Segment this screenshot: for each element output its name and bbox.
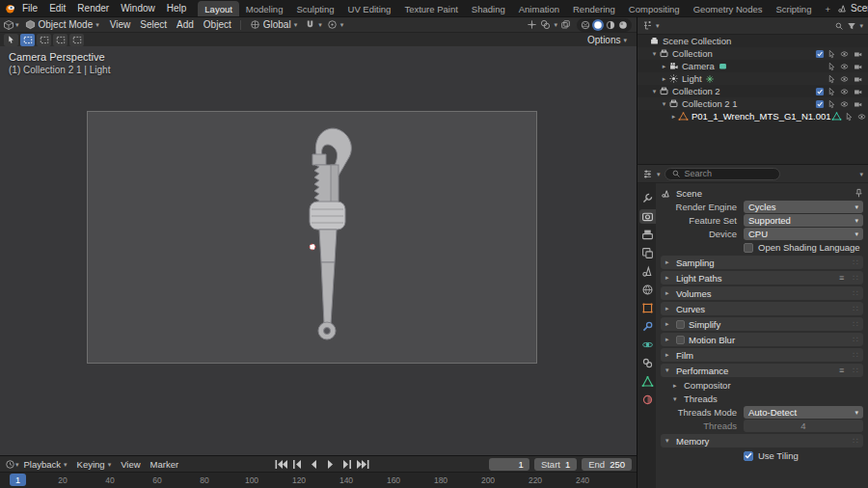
eye-icon[interactable] (839, 49, 850, 59)
workspace-tab-layout[interactable]: Layout (198, 1, 239, 16)
section-film[interactable]: ▸Film∷ (661, 348, 863, 362)
properties-tab-constraints[interactable] (639, 356, 656, 370)
prev-keyframe-button[interactable] (290, 458, 305, 471)
pin-icon[interactable] (854, 188, 863, 199)
eye-icon[interactable] (839, 74, 850, 84)
outliner-row-light[interactable]: ▸Light (637, 72, 868, 85)
snap-toggle[interactable]: ▾ (303, 18, 324, 32)
pointer-icon[interactable] (827, 87, 836, 96)
shading-wireframe-icon[interactable] (580, 19, 591, 31)
jump-start-button[interactable] (274, 458, 288, 471)
end-frame-field[interactable]: End 250 (582, 458, 632, 471)
expander-icon[interactable]: ▸ (660, 63, 668, 70)
checkbox-icon[interactable] (815, 99, 825, 109)
outliner-row-collection-2-1[interactable]: ▾Collection 2 1 (637, 97, 868, 110)
shading-material-preview-icon[interactable] (605, 19, 616, 31)
workspace-tab-scripting[interactable]: Scripting (769, 1, 818, 16)
properties-tab-object[interactable] (639, 301, 656, 315)
outliner-row-p01-1-wrench-mts-g1-n1-001[interactable]: ▸P01_1_Wrench_MTS_G1_N1.001 (637, 110, 868, 122)
section-performance[interactable]: ▾Performance≡∷ (661, 364, 863, 377)
threads-mode-dropdown[interactable]: Auto-Detect▾ (744, 406, 863, 419)
timeline-menu-marker[interactable]: Marker (146, 459, 184, 470)
section-simplify[interactable]: ▸Simplify∷ (661, 317, 863, 331)
viewport-menu-object[interactable]: Object (199, 18, 236, 32)
wrench-model[interactable] (88, 112, 536, 363)
osl-checkbox[interactable] (744, 243, 753, 253)
pointer-icon[interactable] (827, 74, 836, 84)
section-motion-blur[interactable]: ▸Motion Blur∷ (661, 333, 863, 346)
camera-icon[interactable] (853, 87, 863, 96)
overlays-icon[interactable] (540, 19, 551, 30)
shading-rendered-icon[interactable] (617, 19, 629, 31)
play-button[interactable] (323, 458, 338, 471)
expander-icon[interactable]: ▸ (660, 75, 668, 83)
properties-tab-tool[interactable] (639, 191, 656, 205)
next-keyframe-button[interactable] (339, 458, 354, 471)
filter-icon[interactable] (847, 21, 856, 31)
pointer-icon[interactable] (827, 99, 836, 109)
properties-search-input[interactable]: Search (665, 168, 780, 180)
menu-help[interactable]: Help (161, 0, 193, 16)
outliner-row-scene-collection[interactable]: Scene Collection (637, 35, 868, 47)
presets-icon[interactable]: ≡ (839, 366, 844, 375)
pointer-icon[interactable] (827, 49, 836, 59)
outliner-editor-type-icon[interactable] (642, 20, 653, 31)
select-box-button[interactable] (20, 34, 35, 46)
workspace-tab-rendering[interactable]: Rendering (566, 1, 622, 16)
expander-icon[interactable]: ▾ (650, 88, 659, 95)
subsection-compositor[interactable]: ▸Compositor (661, 379, 863, 392)
viewport-editor-type-icon[interactable] (3, 19, 14, 31)
checkbox-icon[interactable] (815, 87, 825, 96)
pointer-icon[interactable] (845, 112, 854, 122)
menu-edit[interactable]: Edit (43, 0, 71, 16)
camera-icon[interactable] (853, 74, 863, 84)
shading-solid-icon[interactable] (592, 19, 604, 31)
pointer-icon[interactable] (827, 62, 836, 71)
properties-tab-scene[interactable] (639, 264, 656, 279)
scene-selector[interactable]: Scene (851, 3, 868, 14)
properties-tab-data[interactable] (639, 374, 656, 389)
timeline-menu-keying[interactable]: Keying▾ (72, 459, 117, 470)
blender-logo-icon[interactable] (4, 2, 16, 14)
expander-icon[interactable]: ▸ (669, 113, 678, 121)
outliner-row-camera[interactable]: ▸Camera (637, 60, 868, 72)
workspace-tab-compositing[interactable]: Compositing (622, 1, 687, 16)
expander-icon[interactable]: ▾ (660, 100, 668, 108)
expander-icon[interactable]: ▾ (650, 50, 659, 58)
camera-frame[interactable] (87, 111, 537, 364)
properties-editor-type-icon[interactable] (642, 169, 653, 179)
select-box-subtract-button[interactable] (53, 34, 68, 46)
viewport-menu-view[interactable]: View (105, 18, 136, 32)
section-curves[interactable]: ▸Curves∷ (661, 302, 863, 315)
workspace-tab-modeling[interactable]: Modeling (239, 1, 290, 16)
playhead[interactable]: 1 (10, 474, 26, 486)
camera-icon[interactable] (853, 62, 863, 71)
properties-filter-icon[interactable]: ▾ (859, 171, 863, 177)
outliner-row-collection[interactable]: ▾Collection (637, 47, 868, 60)
workspace-tab-+[interactable]: + (818, 1, 837, 16)
play-reverse-button[interactable] (307, 458, 321, 471)
workspace-tab-texture-paint[interactable]: Texture Paint (397, 1, 464, 16)
properties-tab-material[interactable] (639, 393, 656, 407)
presets-icon[interactable]: ≡ (839, 273, 844, 283)
eye-icon[interactable] (839, 99, 850, 109)
workspace-tab-geometry-nodes[interactable]: Geometry Nodes (687, 1, 770, 16)
properties-tab-world[interactable] (639, 283, 656, 297)
workspace-tab-shading[interactable]: Shading (465, 1, 512, 16)
subsection-threads[interactable]: ▾Threads (661, 393, 863, 405)
options-label[interactable]: Options (587, 35, 620, 45)
checkbox-icon[interactable] (815, 49, 825, 59)
select-box-intersect-button[interactable] (69, 34, 84, 46)
section-light-paths[interactable]: ▸Light Paths≡∷ (661, 271, 863, 285)
timeline-menu-view[interactable]: View (116, 459, 145, 470)
start-frame-field[interactable]: Start 1 (534, 458, 577, 471)
menu-render[interactable]: Render (71, 0, 115, 16)
workspace-tab-animation[interactable]: Animation (512, 1, 566, 16)
properties-tab-render[interactable] (639, 209, 656, 224)
render-engine-dropdown[interactable]: Cycles▾ (744, 201, 863, 213)
jump-end-button[interactable] (356, 458, 370, 471)
use-tiling-checkbox[interactable] (744, 451, 753, 461)
viewport-menu-select[interactable]: Select (135, 18, 172, 32)
viewport-canvas[interactable]: Camera Perspective (1) Collection 2 1 | … (0, 46, 637, 455)
feature-set-dropdown[interactable]: Supported▾ (744, 214, 863, 227)
